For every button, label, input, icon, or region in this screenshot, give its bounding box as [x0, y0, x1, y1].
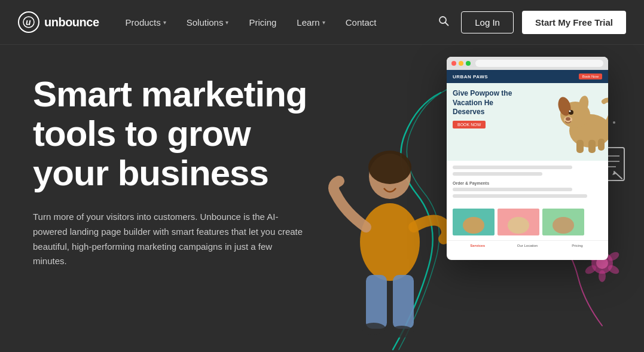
lp-nav-services: Services [453, 244, 502, 247]
search-icon[interactable] [435, 12, 453, 33]
lp-bottom-nav: Services Our Location Pricing [447, 240, 608, 250]
svg-text:u: u [26, 17, 31, 27]
nav-item-pricing[interactable]: Pricing [240, 13, 285, 32]
lp-section-label: Order & Payments [453, 181, 602, 185]
hero-content: Smart marketing tools to grow your busin… [0, 75, 317, 269]
lp-cta-nav: Book Now [579, 74, 602, 79]
login-button[interactable]: Log In [461, 11, 514, 33]
svg-point-4 [360, 203, 420, 281]
lp-book-btn: BOOK NOW [453, 121, 486, 128]
svg-point-41 [569, 111, 571, 112]
lp-hero-title: Give Powpow the Vacation He Deserves [453, 89, 512, 117]
lp-content: Order & Payments [447, 161, 608, 206]
lp-thumb-3 [542, 209, 584, 235]
lp-hero: Give Powpow the Vacation He Deserves BOO… [447, 83, 608, 161]
navbar: u unbounce Products ▾ Solutions ▾ Pricin… [0, 0, 644, 45]
svg-point-35 [613, 121, 615, 124]
svg-rect-45 [588, 140, 596, 153]
logo-text: unbounce [44, 16, 99, 29]
lp-nav-location: Our Location [502, 244, 552, 247]
lp-thumb-2 [498, 209, 539, 235]
svg-rect-46 [598, 139, 605, 151]
hero-title: Smart marketing tools to grow your busin… [33, 75, 317, 193]
lp-content-line-4 [453, 194, 587, 198]
svg-point-51 [508, 217, 529, 234]
svg-rect-44 [576, 140, 584, 153]
svg-point-54 [553, 217, 574, 234]
lp-nav-pricing: Pricing [553, 244, 602, 247]
dog-illustration [551, 86, 608, 152]
hero-description: Turn more of your visitors into customer… [33, 210, 308, 269]
logo-icon: u [18, 11, 39, 33]
nav-item-learn[interactable]: Learn ▾ [288, 13, 333, 32]
hero-section: Smart marketing tools to grow your busin… [0, 45, 644, 352]
svg-point-29 [599, 270, 606, 282]
svg-rect-8 [393, 275, 414, 329]
lp-brand: URBAN PAWS [453, 74, 488, 79]
svg-point-10 [390, 326, 414, 338]
hero-visual: URBAN PAWS Book Now Give Powpow the Vaca… [273, 45, 644, 352]
lp-content-line-3 [453, 188, 572, 191]
dropdown-arrow-products: ▾ [163, 19, 166, 26]
lp-nav-bar: URBAN PAWS Book Now [447, 70, 608, 83]
svg-line-3 [445, 22, 448, 25]
trial-button[interactable]: Start My Free Trial [522, 11, 626, 34]
dropdown-arrow-learn: ▾ [322, 19, 325, 26]
landing-page-mockup: URBAN PAWS Book Now Give Powpow the Vaca… [447, 57, 608, 260]
nav-actions: Log In Start My Free Trial [435, 11, 626, 34]
lp-content-line-2 [453, 172, 542, 176]
lp-thumbnails [447, 209, 608, 240]
nav-item-products[interactable]: Products ▾ [117, 13, 175, 32]
dropdown-arrow-solutions: ▾ [225, 19, 228, 26]
svg-point-9 [362, 323, 386, 335]
svg-point-6 [368, 151, 411, 184]
nav-item-solutions[interactable]: Solutions ▾ [178, 13, 237, 32]
nav-links: Products ▾ Solutions ▾ Pricing Learn ▾ C… [117, 13, 435, 32]
lp-thumb-1 [453, 209, 495, 235]
svg-point-43 [566, 117, 570, 121]
svg-point-48 [463, 217, 484, 234]
svg-rect-7 [366, 275, 387, 329]
nav-item-contact[interactable]: Contact [337, 13, 385, 32]
lp-content-line-1 [453, 166, 572, 169]
logo[interactable]: u unbounce [18, 11, 99, 33]
svg-line-22 [614, 172, 622, 179]
